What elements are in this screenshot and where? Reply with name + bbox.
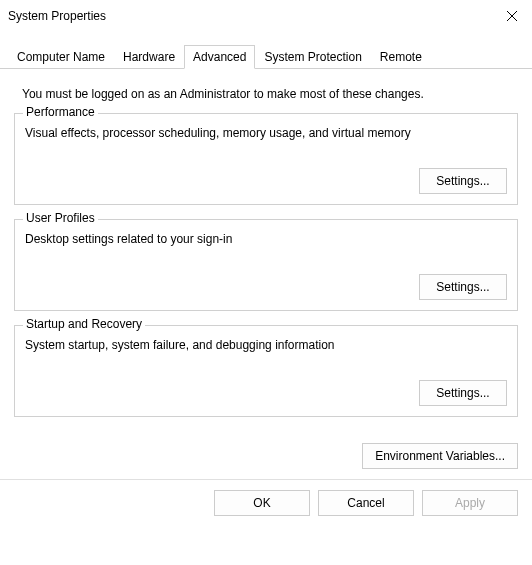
tab-computer-name[interactable]: Computer Name bbox=[8, 45, 114, 69]
tab-hardware[interactable]: Hardware bbox=[114, 45, 184, 69]
group-startup-recovery: Startup and Recovery System startup, sys… bbox=[14, 325, 518, 417]
tab-advanced[interactable]: Advanced bbox=[184, 45, 255, 69]
group-performance: Performance Visual effects, processor sc… bbox=[14, 113, 518, 205]
group-performance-desc: Visual effects, processor scheduling, me… bbox=[25, 126, 507, 140]
dialog-footer: OK Cancel Apply bbox=[0, 479, 532, 526]
group-performance-actions: Settings... bbox=[25, 168, 507, 194]
tab-content: You must be logged on as an Administrato… bbox=[0, 69, 532, 439]
tab-system-protection[interactable]: System Protection bbox=[255, 45, 370, 69]
group-startup-recovery-label: Startup and Recovery bbox=[23, 317, 145, 331]
tab-strip: Computer Name Hardware Advanced System P… bbox=[0, 44, 532, 69]
user-profiles-settings-button[interactable]: Settings... bbox=[419, 274, 507, 300]
performance-settings-button[interactable]: Settings... bbox=[419, 168, 507, 194]
close-button[interactable] bbox=[496, 2, 528, 30]
group-startup-recovery-desc: System startup, system failure, and debu… bbox=[25, 338, 507, 352]
startup-recovery-settings-button[interactable]: Settings... bbox=[419, 380, 507, 406]
intro-text: You must be logged on as an Administrato… bbox=[22, 87, 518, 101]
env-row: Environment Variables... bbox=[0, 443, 532, 469]
close-icon bbox=[507, 11, 517, 21]
group-user-profiles-label: User Profiles bbox=[23, 211, 98, 225]
ok-button[interactable]: OK bbox=[214, 490, 310, 516]
group-performance-label: Performance bbox=[23, 105, 98, 119]
cancel-button[interactable]: Cancel bbox=[318, 490, 414, 516]
apply-button[interactable]: Apply bbox=[422, 490, 518, 516]
window-title: System Properties bbox=[8, 9, 106, 23]
group-user-profiles-actions: Settings... bbox=[25, 274, 507, 300]
group-user-profiles: User Profiles Desktop settings related t… bbox=[14, 219, 518, 311]
tab-remote[interactable]: Remote bbox=[371, 45, 431, 69]
group-user-profiles-desc: Desktop settings related to your sign-in bbox=[25, 232, 507, 246]
environment-variables-button[interactable]: Environment Variables... bbox=[362, 443, 518, 469]
title-bar: System Properties bbox=[0, 0, 532, 32]
group-startup-recovery-actions: Settings... bbox=[25, 380, 507, 406]
